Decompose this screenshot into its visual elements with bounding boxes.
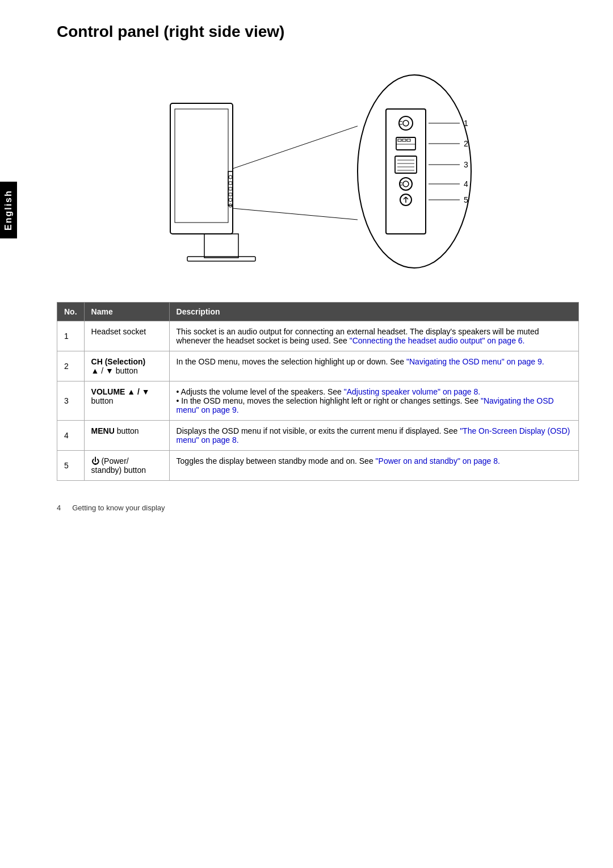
svg-rect-1 xyxy=(204,234,238,258)
row-3-name: VOLUME ▲ / ▼button xyxy=(84,381,169,421)
row-4-link[interactable]: "The On-Screen Display (OSD) menu" on pa… xyxy=(177,426,570,445)
row-2-link[interactable]: "Navigating the OSD menu" on page 9. xyxy=(406,357,544,366)
svg-rect-3 xyxy=(175,109,228,223)
svg-rect-22 xyxy=(407,139,410,141)
table-row: 3 VOLUME ▲ / ▼button • Adjusts the volum… xyxy=(57,381,579,421)
row-5-link[interactable]: "Power on and standby" on page 8. xyxy=(376,456,500,466)
svg-rect-7 xyxy=(229,187,232,190)
footer: 4 Getting to know your display xyxy=(57,504,579,512)
svg-rect-21 xyxy=(402,139,406,141)
svg-text:2: 2 xyxy=(464,139,468,148)
svg-rect-0 xyxy=(187,257,255,261)
table-header-description: Description xyxy=(169,303,578,321)
svg-point-9 xyxy=(229,198,232,202)
row-5-name: ⏻ (Power/standby) button xyxy=(84,451,169,481)
svg-line-13 xyxy=(233,208,358,220)
svg-line-12 xyxy=(233,126,358,169)
table-header-name: Name xyxy=(84,303,169,321)
control-panel-table: No. Name Description 1 Headset socket Th… xyxy=(57,302,579,481)
page-title: Control panel (right side view) xyxy=(57,23,579,41)
svg-rect-20 xyxy=(398,139,401,141)
svg-point-5 xyxy=(229,175,232,179)
row-4-no: 4 xyxy=(57,421,85,451)
svg-text:4: 4 xyxy=(464,179,468,188)
svg-text:3: 3 xyxy=(464,160,468,169)
svg-point-16 xyxy=(403,120,409,126)
svg-point-30 xyxy=(403,181,409,187)
table-row: 5 ⏻ (Power/standby) button Toggles the d… xyxy=(57,451,579,481)
footer-caption: Getting to know your display xyxy=(72,504,165,512)
svg-rect-24 xyxy=(395,156,417,173)
row-5-description: Toggles the display between standby mode… xyxy=(169,451,578,481)
row-1-description: This socket is an audio output for conne… xyxy=(169,321,578,351)
row-1-link[interactable]: "Connecting the headset audio output" on… xyxy=(350,336,525,345)
table-header-no: No. xyxy=(57,303,85,321)
diagram-area: 1 2 3 4 5 xyxy=(57,58,579,285)
page-number: 4 xyxy=(57,504,61,512)
row-2-name: CH (Selection)▲ / ▼ button xyxy=(84,351,169,381)
row-3-link-1[interactable]: "Adjusting speaker volume" on page 8. xyxy=(344,387,480,396)
language-side-tab: English xyxy=(0,182,17,238)
table-row: 2 CH (Selection)▲ / ▼ button In the OSD … xyxy=(57,351,579,381)
svg-text:5: 5 xyxy=(464,195,468,204)
svg-point-29 xyxy=(400,178,412,190)
row-3-link-2[interactable]: "Navigating the OSD menu" on page 9. xyxy=(177,396,554,414)
row-4-description: Displays the OSD menu if not visible, or… xyxy=(169,421,578,451)
table-row: 4 MENU button Displays the OSD menu if n… xyxy=(57,421,579,451)
row-4-name: MENU button xyxy=(84,421,169,451)
svg-point-11 xyxy=(358,75,471,268)
svg-point-15 xyxy=(399,116,413,130)
row-5-no: 5 xyxy=(57,451,85,481)
svg-rect-2 xyxy=(170,103,233,234)
svg-rect-6 xyxy=(229,182,232,184)
row-3-description: • Adjusts the volume level of the speake… xyxy=(169,381,578,421)
row-1-no: 1 xyxy=(57,321,85,351)
row-1-name: Headset socket xyxy=(84,321,169,351)
svg-rect-14 xyxy=(386,109,426,234)
row-2-no: 2 xyxy=(57,351,85,381)
row-3-no: 3 xyxy=(57,381,85,421)
svg-rect-8 xyxy=(229,193,232,196)
svg-text:1: 1 xyxy=(464,119,468,128)
row-2-description: In the OSD menu, moves the selection hig… xyxy=(169,351,578,381)
table-row: 1 Headset socket This socket is an audio… xyxy=(57,321,579,351)
